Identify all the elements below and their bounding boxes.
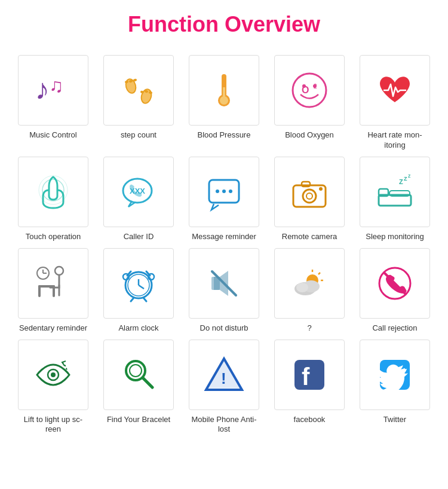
svg-text:Z: Z xyxy=(399,178,403,185)
icon-box-sedentary-reminder xyxy=(18,248,88,319)
find-bracelet-icon xyxy=(118,354,159,396)
svg-point-33 xyxy=(319,187,323,191)
label-touch-operation: Touch operation xyxy=(26,232,81,242)
item-blood-pressure: Blood Pressure xyxy=(183,55,265,151)
svg-rect-42 xyxy=(38,285,41,297)
item-remote-camera: Remote camera xyxy=(268,157,351,242)
item-heart-rate: Heart rate mon­itoring xyxy=(354,55,436,151)
item-twitter: Twitter xyxy=(354,340,436,435)
item-music-control: ♪ ♫ Music Control xyxy=(12,55,94,151)
item-sleep-monitoring: Z Z Z Sleep monitoring xyxy=(354,157,436,242)
icon-box-sleep-monitoring: Z Z Z xyxy=(360,157,430,227)
blood-pressure-icon xyxy=(203,69,245,111)
icon-box-music-control: ♪ ♫ xyxy=(18,55,88,126)
label-call-rejection: Call rejection xyxy=(372,323,417,334)
lift-screen-icon xyxy=(32,354,74,396)
label-find-bracelet: Find Your Brac­elet xyxy=(107,415,170,425)
svg-text:♪: ♪ xyxy=(35,74,50,105)
touch-operation-icon xyxy=(32,171,74,213)
item-alarm-clock: Alarm clock xyxy=(97,248,180,334)
label-sedentary-reminder: Sedentary remin­der xyxy=(19,323,87,334)
svg-rect-59 xyxy=(211,277,220,290)
svg-rect-41 xyxy=(38,285,55,288)
label-anti-lost: Mobile Phone Anti-lost xyxy=(190,415,259,435)
item-do-not-disturb: Do not disturb xyxy=(183,248,265,334)
function-grid: ♪ ♫ Music Control step count xyxy=(6,55,442,435)
svg-text:Z: Z xyxy=(404,176,407,182)
label-twitter: Twitter xyxy=(383,415,406,425)
item-find-bracelet: Find Your Brac­elet xyxy=(97,340,180,435)
alarm-clock-icon xyxy=(118,262,159,304)
item-weather: ? xyxy=(268,248,351,334)
svg-line-72 xyxy=(143,378,152,387)
remote-camera-icon xyxy=(289,171,330,213)
icon-box-heart-rate xyxy=(360,55,430,126)
svg-point-40 xyxy=(55,267,63,275)
twitter-icon xyxy=(374,354,416,396)
svg-text:♫: ♫ xyxy=(49,75,63,96)
label-music-control: Music Control xyxy=(29,130,76,140)
label-facebook: facebook xyxy=(294,415,326,425)
svg-line-56 xyxy=(143,298,146,301)
call-rejection-icon xyxy=(374,262,416,304)
svg-text:Z: Z xyxy=(408,174,411,178)
item-step-count: step count xyxy=(97,55,180,151)
label-step-count: step count xyxy=(121,130,157,140)
icon-box-do-not-disturb xyxy=(189,248,259,319)
icon-box-facebook: f xyxy=(274,340,345,410)
icon-box-touch-operation xyxy=(18,157,88,227)
icon-box-twitter xyxy=(360,340,430,410)
svg-point-30 xyxy=(303,190,316,203)
icon-box-anti-lost: ! xyxy=(189,340,259,410)
icon-box-caller-id: XXX xyxy=(103,157,174,227)
page-title: Function Overview xyxy=(6,12,442,37)
svg-point-19 xyxy=(302,84,306,88)
label-message-reminder: Message reminder xyxy=(192,232,256,242)
svg-line-62 xyxy=(318,273,320,274)
svg-point-66 xyxy=(296,283,308,292)
item-facebook: f facebook xyxy=(268,340,351,435)
svg-text:f: f xyxy=(302,363,310,390)
caller-id-icon: XXX xyxy=(118,171,159,213)
label-caller-id: Caller ID xyxy=(124,232,154,242)
icon-box-call-rejection xyxy=(360,248,430,319)
weather-icon xyxy=(289,262,330,304)
icon-box-remote-camera xyxy=(274,157,345,227)
item-message-reminder: Message reminder xyxy=(183,157,265,242)
do-not-disturb-icon xyxy=(203,262,245,304)
svg-point-26 xyxy=(216,190,219,193)
icon-box-step-count xyxy=(103,55,174,126)
icon-box-blood-oxygen: O 2 xyxy=(274,55,345,126)
sleep-monitoring-icon: Z Z Z xyxy=(374,171,416,213)
label-sleep-monitoring: Sleep monitoring xyxy=(366,232,424,242)
label-lift-screen: Lift to light up sc­reen xyxy=(19,415,88,435)
sedentary-reminder-icon xyxy=(32,262,74,304)
svg-line-55 xyxy=(131,298,134,301)
item-anti-lost: ! Mobile Phone Anti-lost xyxy=(183,340,265,435)
svg-point-28 xyxy=(229,190,232,193)
item-caller-id: XXX Caller ID xyxy=(97,157,180,242)
icon-box-weather xyxy=(274,248,345,319)
icon-box-lift-screen xyxy=(18,340,88,410)
icon-box-alarm-clock xyxy=(103,248,174,319)
item-blood-oxygen: O 2 Blood Oxygen xyxy=(268,55,351,151)
label-heart-rate: Heart rate mon­itoring xyxy=(361,130,429,151)
svg-rect-32 xyxy=(302,182,310,187)
item-lift-screen: Lift to light up sc­reen xyxy=(12,340,94,435)
svg-point-73 xyxy=(130,365,142,377)
music-control-icon: ♪ ♫ xyxy=(32,69,74,111)
step-count-icon xyxy=(118,69,159,111)
label-weather: ? xyxy=(307,323,311,334)
label-blood-pressure: Blood Pressure xyxy=(198,130,251,140)
svg-text:!: ! xyxy=(221,369,226,387)
svg-point-15 xyxy=(220,96,228,105)
svg-line-50 xyxy=(139,285,144,289)
icon-box-message-reminder xyxy=(189,157,259,227)
svg-point-31 xyxy=(306,193,312,199)
message-reminder-icon xyxy=(203,171,245,213)
svg-point-70 xyxy=(51,372,56,377)
label-do-not-disturb: Do not disturb xyxy=(200,323,248,334)
item-call-rejection: Call rejection xyxy=(354,248,436,334)
label-blood-oxygen: Blood Oxygen xyxy=(285,130,334,140)
label-remote-camera: Remote camera xyxy=(282,232,337,242)
